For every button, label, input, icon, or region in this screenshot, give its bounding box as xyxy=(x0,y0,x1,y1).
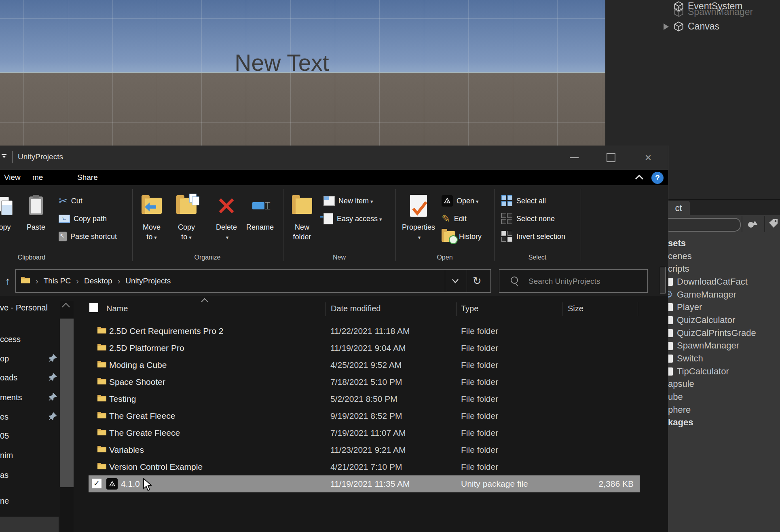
quick-access-toolbar-arrow-icon[interactable] xyxy=(1,154,7,161)
new-folder-button[interactable]: New folder xyxy=(283,189,321,242)
column-divider[interactable] xyxy=(562,302,562,316)
minimize-button[interactable] xyxy=(561,146,588,170)
breadcrumb-item[interactable]: ›This PC xyxy=(30,277,71,286)
project-filter-by-type-button[interactable] xyxy=(742,216,763,232)
project-item[interactable]: ⚙ sets xyxy=(663,237,780,250)
nav-item[interactable]: ments xyxy=(0,391,22,404)
file-row[interactable]: ✓ The Great Fleece 9/19/2021 8:52 PM Fil… xyxy=(89,407,640,424)
file-row[interactable]: ✓ 2.5D Platformer Pro 11/19/2021 9:04 AM… xyxy=(89,340,640,357)
nav-item[interactable]: oads xyxy=(0,371,17,384)
file-row[interactable]: ✓ Space Shooter 7/18/2021 5:10 PM File f… xyxy=(89,374,640,391)
ribbon-tab[interactable]: me xyxy=(28,170,47,185)
project-item[interactable]: ⚙ QuizCalPrintsGrade xyxy=(663,327,780,340)
project-item[interactable]: ⚙ kages xyxy=(663,416,780,429)
address-bar[interactable]: ›This PC ›Desktop ›UnityProjects ↻ xyxy=(15,269,491,293)
project-item[interactable]: ⚙ Player xyxy=(663,301,780,314)
hierarchy-item[interactable]: Canvas xyxy=(605,20,780,33)
select-none-icon xyxy=(501,213,513,224)
project-item[interactable]: ⚙ GameManager xyxy=(663,288,780,301)
new-item-button[interactable]: New item xyxy=(323,194,373,208)
ribbon-tab[interactable]: Share xyxy=(73,170,102,185)
project-item[interactable]: ⚙ cripts xyxy=(663,262,780,275)
breadcrumb-item[interactable]: ›UnityProjects xyxy=(112,277,171,286)
project-item[interactable]: ⚙ phere xyxy=(663,403,780,416)
file-row[interactable]: ✓ 2.5D Cert Requirements Pro 2 11/22/202… xyxy=(89,323,640,340)
new-item-label: New item xyxy=(338,197,369,205)
ribbon-tab[interactable]: View xyxy=(0,170,25,185)
column-header-name[interactable]: Name xyxy=(106,304,128,313)
nav-item[interactable]: as xyxy=(0,468,8,482)
collapse-ribbon-chevron-icon[interactable] xyxy=(634,173,645,184)
scroll-up-icon[interactable] xyxy=(62,303,70,311)
search-box[interactable] xyxy=(499,269,648,293)
scrollbar-thumb[interactable] xyxy=(60,319,74,487)
nav-item[interactable]: ccess xyxy=(0,332,21,346)
project-search-input[interactable] xyxy=(663,218,741,232)
project-item[interactable]: ⚙ apsule xyxy=(663,378,780,391)
up-button[interactable]: ↑ xyxy=(2,273,14,289)
easy-access-button[interactable]: Easy access xyxy=(323,212,382,226)
project-item[interactable]: ⚙ ube xyxy=(663,391,780,403)
edit-button[interactable]: ✎ Edit xyxy=(442,212,467,226)
project-item[interactable]: ⚙ TipCalculator xyxy=(663,365,780,378)
help-button[interactable]: ? xyxy=(651,172,664,184)
history-button[interactable]: History xyxy=(442,230,482,243)
search-input[interactable] xyxy=(528,270,643,293)
project-item[interactable]: ⚙ QuizCalculator xyxy=(663,314,780,327)
title-bar[interactable]: UnityProjects × xyxy=(0,146,668,170)
file-name: Moding a Cube xyxy=(109,360,167,370)
rename-button[interactable]: ⌶ Rename xyxy=(241,189,279,232)
close-button[interactable]: × xyxy=(635,146,662,170)
nav-item[interactable]: es xyxy=(0,410,8,424)
file-row[interactable]: ✓ The Greate Fleece 7/19/2021 11:07 AM F… xyxy=(89,424,640,441)
file-row[interactable]: ✓ Testing 5/2/2021 8:50 PM File folder xyxy=(89,391,640,407)
file-row[interactable]: ✓ Moding a Cube 4/25/2021 9:52 AM File f… xyxy=(89,357,640,374)
refresh-button[interactable]: ↻ xyxy=(467,270,487,292)
properties-button[interactable]: Properties xyxy=(399,189,438,243)
copy-path-label: Copy path xyxy=(74,215,107,223)
nav-scrollbar[interactable] xyxy=(60,301,74,532)
file-date-modified: 7/19/2021 11:07 AM xyxy=(330,428,406,438)
hierarchy-item[interactable]: EventSystem xyxy=(605,0,780,13)
nav-item[interactable]: ne xyxy=(0,494,9,508)
row-checkbox[interactable]: ✓ xyxy=(92,479,101,488)
address-dropdown-button[interactable] xyxy=(445,270,465,292)
move-to-button[interactable]: Move to xyxy=(132,189,171,243)
column-divider[interactable] xyxy=(456,302,457,316)
column-divider[interactable] xyxy=(638,302,638,316)
invert-selection-button[interactable]: Invert selection xyxy=(501,230,565,243)
project-item[interactable]: ⚙ Switch xyxy=(663,352,780,365)
nav-item[interactable]: nim xyxy=(0,448,13,462)
mouse-cursor xyxy=(142,478,153,493)
delete-button[interactable]: Delete xyxy=(207,189,246,243)
breadcrumb-item[interactable]: ›Desktop xyxy=(71,277,112,286)
project-item[interactable]: ⚙ DownloadCatFact xyxy=(663,275,780,288)
cut-button[interactable]: ✂ Cut xyxy=(59,194,82,208)
copy-path-button[interactable]: \.. Copy path xyxy=(59,212,107,226)
window-title: UnityProjects xyxy=(18,152,63,161)
nav-item[interactable]: 05 xyxy=(0,429,9,443)
paste-shortcut-button[interactable]: Paste shortcut xyxy=(59,230,117,243)
tab-project[interactable]: ct xyxy=(667,201,690,215)
nav-item[interactable]: ve - Personal xyxy=(0,301,48,315)
maximize-button[interactable] xyxy=(598,146,624,170)
header-select-checkbox[interactable] xyxy=(89,303,98,312)
copy-to-button[interactable]: Copy to xyxy=(167,189,206,243)
column-divider[interactable] xyxy=(326,302,326,316)
paste-button[interactable]: Paste xyxy=(17,189,55,232)
column-header-size[interactable]: Size xyxy=(568,304,583,313)
file-row[interactable]: ✓ 4.1.0 11/19/2021 11:35 AM Unity packag… xyxy=(89,475,640,492)
open-button[interactable]: Open xyxy=(442,194,479,208)
delete-icon xyxy=(218,197,235,215)
select-none-button[interactable]: Select none xyxy=(501,212,555,226)
column-header-date-modified[interactable]: Date modified xyxy=(331,304,380,313)
select-all-button[interactable]: Select all xyxy=(501,194,546,208)
file-row[interactable]: ✓ Version Control Example 4/21/2021 7:10… xyxy=(89,458,640,475)
expand-arrow-icon[interactable] xyxy=(664,23,669,30)
project-filter-by-label-button[interactable] xyxy=(764,216,780,232)
file-row[interactable]: ✓ Variables 11/23/2021 9:21 AM File fold… xyxy=(89,441,640,458)
nav-item[interactable]: op xyxy=(0,352,9,365)
project-item[interactable]: ⚙ SpawnManager xyxy=(663,340,780,353)
column-header-type[interactable]: Type xyxy=(461,304,478,313)
project-item[interactable]: ⚙ cenes xyxy=(663,250,780,263)
